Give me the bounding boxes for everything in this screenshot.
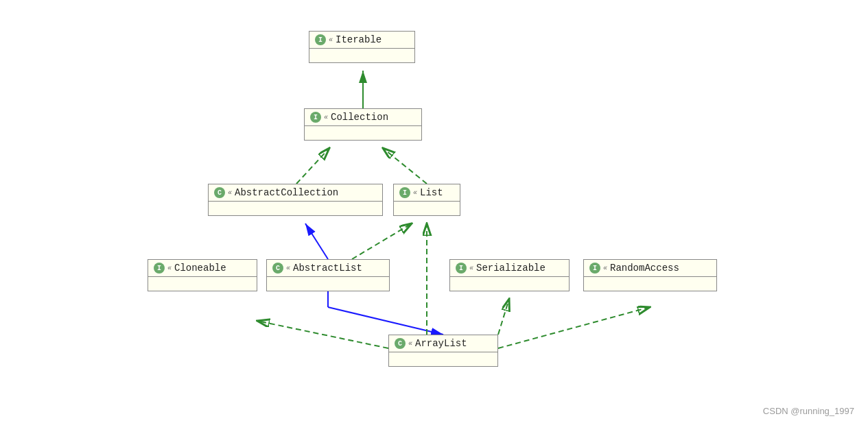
diagram-container: I « Iterable I « Collection C « Abstract… <box>0 0 868 423</box>
box-abstractcollection: C « AbstractCollection <box>208 184 383 216</box>
badge-serializable-sub: « <box>469 265 473 272</box>
badge-iterable-sub: « <box>329 36 333 44</box>
svg-line-9 <box>498 307 650 348</box>
badge-abstractcollection: C <box>214 187 225 198</box>
box-abstractcollection-header: C « AbstractCollection <box>209 184 382 202</box>
box-list-header: I « List <box>394 184 460 202</box>
box-abstractlist-header: C « AbstractList <box>267 260 389 277</box>
box-randomaccess-header: I « RandomAccess <box>584 260 716 277</box>
label-arraylist: ArrayList <box>415 338 467 349</box>
box-cloneable-body <box>148 277 257 291</box>
label-cloneable: Cloneable <box>174 263 226 274</box>
label-randomaccess: RandomAccess <box>610 263 679 274</box>
svg-line-1 <box>296 148 329 184</box>
svg-line-3 <box>305 223 328 259</box>
label-list: List <box>420 187 443 198</box>
badge-iterable: I <box>315 34 326 45</box>
badge-cloneable: I <box>154 263 165 274</box>
label-collection: Collection <box>331 112 388 123</box>
box-iterable-header: I « Iterable <box>309 32 414 49</box>
box-collection-header: I « Collection <box>305 109 421 126</box>
box-arraylist-header: C « ArrayList <box>389 335 497 352</box>
box-cloneable-header: I « Cloneable <box>148 260 257 277</box>
box-list: I « List <box>393 184 460 216</box>
label-abstractlist: AbstractList <box>293 263 362 274</box>
box-randomaccess-body <box>584 277 716 291</box>
badge-randomaccess: I <box>589 263 600 274</box>
badge-cloneable-sub: « <box>167 265 172 272</box>
label-iterable: Iterable <box>336 34 382 45</box>
badge-arraylist: C <box>395 338 406 349</box>
box-abstractcollection-body <box>209 202 382 215</box>
badge-abstractcollection-sub: « <box>228 189 232 197</box>
svg-line-4 <box>352 223 412 259</box>
badge-serializable: I <box>456 263 467 274</box>
box-arraylist: C « ArrayList <box>388 335 498 367</box>
box-cloneable: I « Cloneable <box>148 259 257 291</box>
box-serializable-header: I « Serializable <box>450 260 569 277</box>
box-serializable-body <box>450 277 569 291</box>
box-collection: I « Collection <box>304 108 422 141</box>
box-iterable: I « Iterable <box>309 31 415 63</box>
svg-line-8 <box>498 299 509 335</box>
box-abstractlist: C « AbstractList <box>266 259 390 291</box>
badge-collection: I <box>310 112 321 123</box>
box-randomaccess: I « RandomAccess <box>583 259 717 291</box>
svg-line-7 <box>257 321 388 348</box>
badge-abstractlist: C <box>272 263 283 274</box>
box-serializable: I « Serializable <box>449 259 570 291</box>
label-serializable: Serializable <box>476 263 546 274</box>
badge-arraylist-sub: « <box>408 340 412 348</box>
box-arraylist-body <box>389 352 497 366</box>
box-abstractlist-body <box>267 277 389 291</box>
label-abstractcollection: AbstractCollection <box>235 187 338 198</box>
svg-line-6 <box>328 307 443 335</box>
svg-line-2 <box>383 148 427 184</box>
badge-list-sub: « <box>413 189 417 197</box>
badge-abstractlist-sub: « <box>286 265 290 272</box>
box-list-body <box>394 202 460 215</box>
badge-randomaccess-sub: « <box>603 265 607 272</box>
box-collection-body <box>305 126 421 140</box>
box-iterable-body <box>309 49 414 62</box>
badge-list: I <box>399 187 410 198</box>
badge-collection-sub: « <box>324 114 328 121</box>
watermark: CSDN @running_1997 <box>763 406 854 416</box>
